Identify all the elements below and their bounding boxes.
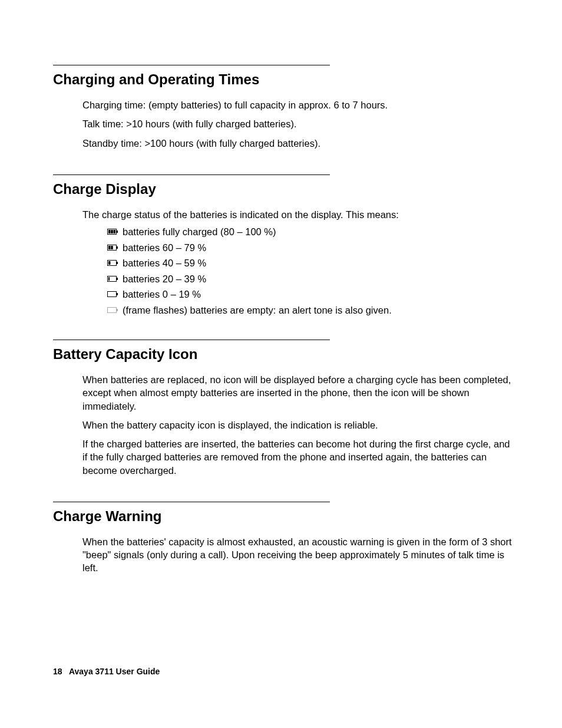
section-body: Charging time: (empty batteries) to full… (82, 98, 515, 150)
section-body: When the batteries' capacity is almost e… (82, 535, 515, 575)
battery-60-icon (107, 245, 118, 251)
section-heading: Charge Warning (53, 508, 515, 525)
paragraph: If the charged batteries are inserted, t… (82, 437, 515, 477)
document-page: Charging and Operating Times Charging ti… (0, 0, 562, 728)
list-item: (frame flashes) batteries are empty: an … (107, 305, 515, 315)
list-item: batteries 60 – 79 % (107, 243, 515, 253)
section-heading: Battery Capacity Icon (53, 346, 515, 363)
battery-full-icon (107, 229, 118, 235)
svg-rect-8 (111, 246, 113, 249)
list-item-label: (frame flashes) batteries are empty: an … (123, 305, 392, 315)
section-charge-warning: Charge Warning When the batteries' capac… (53, 502, 515, 575)
svg-rect-16 (117, 293, 118, 295)
section-heading: Charging and Operating Times (53, 71, 515, 88)
svg-rect-2 (108, 230, 111, 233)
list-item-label: batteries 20 – 39 % (123, 274, 206, 284)
battery-0-icon (107, 291, 118, 297)
battery-empty-icon (107, 307, 118, 313)
list-item: batteries fully charged (80 – 100 %) (107, 227, 515, 237)
doc-title: Avaya 3711 User Guide (69, 667, 160, 676)
svg-rect-10 (117, 262, 118, 264)
battery-status-list: batteries fully charged (80 – 100 %) bat… (107, 227, 515, 315)
svg-rect-18 (117, 309, 118, 311)
section-rule (53, 174, 330, 175)
section-charge-display: Charge Display The charge status of the … (53, 174, 515, 315)
list-item: batteries 0 – 19 % (107, 289, 515, 299)
list-item-label: batteries 0 – 19 % (123, 289, 201, 299)
section-body: The charge status of the batteries is in… (82, 208, 515, 315)
section-rule (53, 502, 330, 502)
svg-rect-13 (117, 278, 118, 280)
svg-rect-11 (108, 261, 111, 265)
paragraph: When the batteries' capacity is almost e… (82, 535, 515, 575)
paragraph: When the battery capacity icon is displa… (82, 419, 515, 431)
svg-rect-14 (108, 277, 110, 281)
svg-rect-3 (111, 230, 113, 233)
section-rule (53, 65, 330, 65)
paragraph: Standby time: >100 hours (with fully cha… (82, 137, 515, 150)
page-footer: 18 Avaya 3711 User Guide (53, 667, 160, 676)
list-item: batteries 40 – 59 % (107, 258, 515, 268)
svg-rect-7 (108, 246, 111, 249)
paragraph: Talk time: >10 hours (with fully charged… (82, 117, 515, 130)
list-item-label: batteries 40 – 59 % (123, 258, 206, 268)
section-heading: Charge Display (53, 181, 515, 197)
section-battery-capacity: Battery Capacity Icon When batteries are… (53, 340, 515, 477)
svg-rect-4 (114, 230, 116, 233)
svg-rect-15 (108, 292, 117, 297)
section-charging-times: Charging and Operating Times Charging ti… (53, 65, 515, 150)
paragraph: The charge status of the batteries is in… (82, 208, 515, 221)
battery-40-icon (107, 260, 118, 266)
list-item-label: batteries 60 – 79 % (123, 243, 206, 253)
page-number: 18 (53, 667, 62, 676)
section-body: When batteries are replaced, no icon wil… (82, 373, 515, 477)
battery-20-icon (107, 276, 118, 282)
list-item: batteries 20 – 39 % (107, 274, 515, 284)
svg-rect-6 (117, 246, 118, 249)
section-rule (53, 340, 330, 340)
paragraph: When batteries are replaced, no icon wil… (82, 373, 515, 413)
paragraph: Charging time: (empty batteries) to full… (82, 98, 515, 111)
svg-rect-1 (117, 230, 118, 233)
list-item-label: batteries fully charged (80 – 100 %) (123, 227, 276, 237)
svg-rect-17 (108, 307, 117, 312)
